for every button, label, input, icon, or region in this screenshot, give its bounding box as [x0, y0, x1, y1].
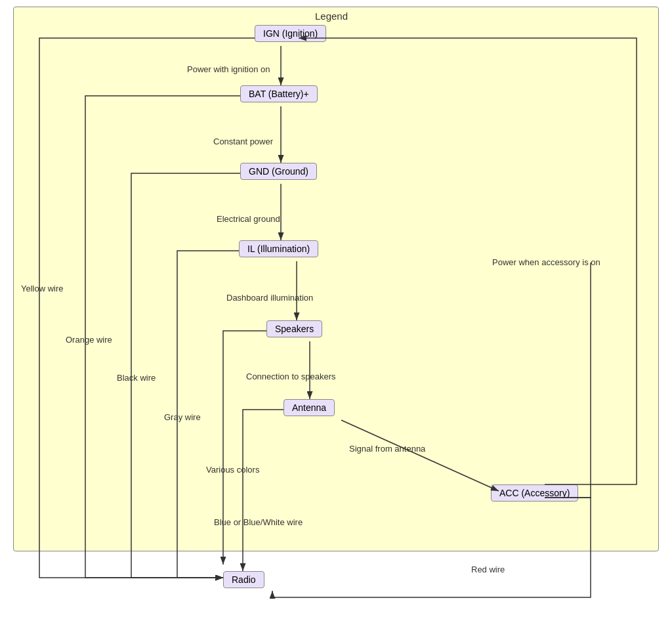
- label-gnd-il: Electrical ground: [217, 214, 280, 224]
- label-ant-acc: Signal from antenna: [349, 444, 425, 454]
- node-acc: ACC (Accessory): [491, 484, 578, 502]
- label-various: Various colors: [206, 465, 259, 475]
- label-bat-gnd: Constant power: [213, 137, 273, 146]
- node-radio: Radio: [223, 571, 264, 588]
- label-yellow: Yellow wire: [21, 284, 64, 293]
- node-bat: BAT (Battery)+: [240, 85, 318, 102]
- label-blue: Blue or Blue/White wire: [214, 517, 303, 527]
- label-orange: Orange wire: [66, 335, 112, 345]
- legend-title: Legend: [315, 11, 348, 22]
- node-spk: Speakers: [266, 320, 322, 337]
- label-gray: Gray wire: [164, 412, 201, 422]
- legend-box: [13, 7, 659, 551]
- label-acc-power: Power when accessory is on: [492, 257, 600, 267]
- label-spk-ant: Connection to speakers: [246, 372, 336, 381]
- diagram-container: Legend IGN (Ignition) BAT (Battery)+ GND…: [0, 0, 672, 621]
- node-il: IL (Illumination): [239, 240, 318, 257]
- node-gnd: GND (Ground): [240, 163, 317, 180]
- label-ign-bat: Power with ignition on: [187, 64, 270, 74]
- label-il-spk: Dashboard illumination: [226, 293, 313, 303]
- node-ant: Antenna: [284, 399, 335, 416]
- label-red: Red wire: [471, 565, 505, 574]
- label-black: Black wire: [117, 373, 156, 383]
- node-ign: IGN (Ignition): [255, 25, 326, 42]
